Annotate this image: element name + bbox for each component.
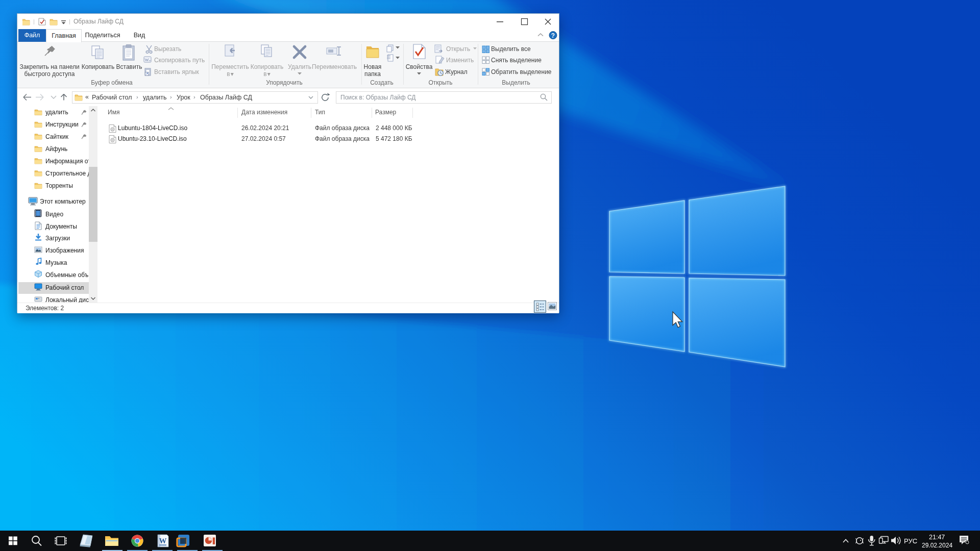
svg-text:РУС: РУС xyxy=(904,537,917,545)
svg-text:29.02.2024: 29.02.2024 xyxy=(922,542,952,549)
svg-text:W: W xyxy=(159,537,167,545)
svg-text:?: ? xyxy=(551,32,555,39)
svg-text:21:47: 21:47 xyxy=(929,534,945,541)
